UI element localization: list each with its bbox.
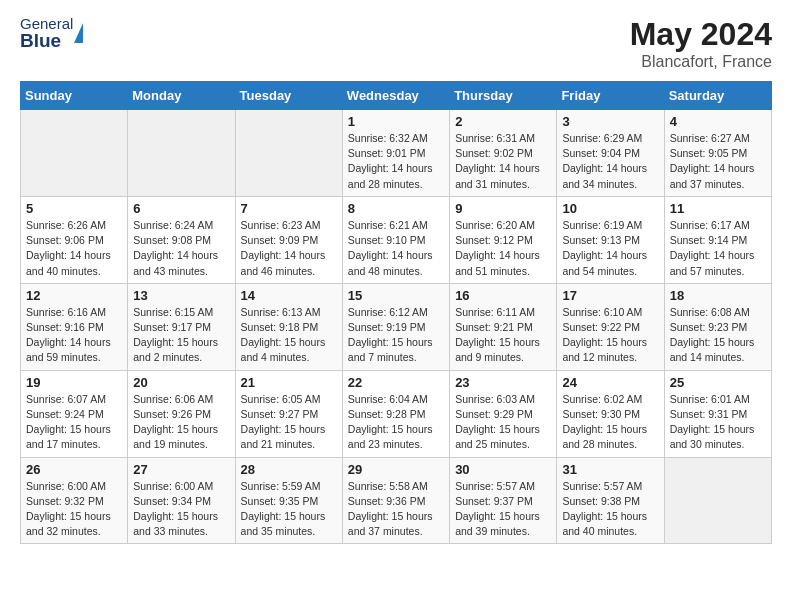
day-info: Sunrise: 6:27 AM Sunset: 9:05 PM Dayligh… [670, 131, 766, 192]
week-row-3: 12Sunrise: 6:16 AM Sunset: 9:16 PM Dayli… [21, 283, 772, 370]
day-info: Sunrise: 6:10 AM Sunset: 9:22 PM Dayligh… [562, 305, 658, 366]
day-number: 7 [241, 201, 337, 216]
day-cell: 14Sunrise: 6:13 AM Sunset: 9:18 PM Dayli… [235, 283, 342, 370]
header-cell-friday: Friday [557, 82, 664, 110]
day-cell: 9Sunrise: 6:20 AM Sunset: 9:12 PM Daylig… [450, 196, 557, 283]
day-info: Sunrise: 6:08 AM Sunset: 9:23 PM Dayligh… [670, 305, 766, 366]
day-number: 11 [670, 201, 766, 216]
day-info: Sunrise: 6:13 AM Sunset: 9:18 PM Dayligh… [241, 305, 337, 366]
header-row: SundayMondayTuesdayWednesdayThursdayFrid… [21, 82, 772, 110]
day-cell [664, 457, 771, 544]
day-cell: 25Sunrise: 6:01 AM Sunset: 9:31 PM Dayli… [664, 370, 771, 457]
day-number: 30 [455, 462, 551, 477]
day-info: Sunrise: 6:16 AM Sunset: 9:16 PM Dayligh… [26, 305, 122, 366]
day-cell: 8Sunrise: 6:21 AM Sunset: 9:10 PM Daylig… [342, 196, 449, 283]
month-year-title: May 2024 [630, 16, 772, 53]
day-info: Sunrise: 6:20 AM Sunset: 9:12 PM Dayligh… [455, 218, 551, 279]
location-subtitle: Blancafort, France [630, 53, 772, 71]
day-number: 14 [241, 288, 337, 303]
day-cell: 30Sunrise: 5:57 AM Sunset: 9:37 PM Dayli… [450, 457, 557, 544]
calendar-table: SundayMondayTuesdayWednesdayThursdayFrid… [20, 81, 772, 544]
day-number: 3 [562, 114, 658, 129]
day-number: 15 [348, 288, 444, 303]
day-cell: 15Sunrise: 6:12 AM Sunset: 9:19 PM Dayli… [342, 283, 449, 370]
day-cell: 4Sunrise: 6:27 AM Sunset: 9:05 PM Daylig… [664, 110, 771, 197]
logo-blue: Blue [20, 31, 73, 50]
day-number: 16 [455, 288, 551, 303]
page-header: General Blue May 2024 Blancafort, France [20, 16, 772, 71]
week-row-4: 19Sunrise: 6:07 AM Sunset: 9:24 PM Dayli… [21, 370, 772, 457]
day-info: Sunrise: 5:57 AM Sunset: 9:38 PM Dayligh… [562, 479, 658, 540]
header-cell-wednesday: Wednesday [342, 82, 449, 110]
day-cell: 28Sunrise: 5:59 AM Sunset: 9:35 PM Dayli… [235, 457, 342, 544]
day-cell [235, 110, 342, 197]
day-number: 13 [133, 288, 229, 303]
logo-general: General [20, 16, 73, 31]
day-cell: 16Sunrise: 6:11 AM Sunset: 9:21 PM Dayli… [450, 283, 557, 370]
day-cell: 3Sunrise: 6:29 AM Sunset: 9:04 PM Daylig… [557, 110, 664, 197]
day-number: 12 [26, 288, 122, 303]
day-number: 6 [133, 201, 229, 216]
day-number: 23 [455, 375, 551, 390]
week-row-1: 1Sunrise: 6:32 AM Sunset: 9:01 PM Daylig… [21, 110, 772, 197]
day-cell: 20Sunrise: 6:06 AM Sunset: 9:26 PM Dayli… [128, 370, 235, 457]
logo: General Blue [20, 16, 83, 50]
title-area: May 2024 Blancafort, France [630, 16, 772, 71]
day-info: Sunrise: 6:07 AM Sunset: 9:24 PM Dayligh… [26, 392, 122, 453]
day-number: 26 [26, 462, 122, 477]
day-number: 1 [348, 114, 444, 129]
day-info: Sunrise: 6:04 AM Sunset: 9:28 PM Dayligh… [348, 392, 444, 453]
day-cell: 11Sunrise: 6:17 AM Sunset: 9:14 PM Dayli… [664, 196, 771, 283]
day-info: Sunrise: 6:12 AM Sunset: 9:19 PM Dayligh… [348, 305, 444, 366]
day-info: Sunrise: 6:15 AM Sunset: 9:17 PM Dayligh… [133, 305, 229, 366]
day-info: Sunrise: 6:06 AM Sunset: 9:26 PM Dayligh… [133, 392, 229, 453]
day-info: Sunrise: 6:11 AM Sunset: 9:21 PM Dayligh… [455, 305, 551, 366]
day-info: Sunrise: 6:03 AM Sunset: 9:29 PM Dayligh… [455, 392, 551, 453]
day-info: Sunrise: 6:01 AM Sunset: 9:31 PM Dayligh… [670, 392, 766, 453]
day-cell: 12Sunrise: 6:16 AM Sunset: 9:16 PM Dayli… [21, 283, 128, 370]
day-number: 21 [241, 375, 337, 390]
day-cell: 26Sunrise: 6:00 AM Sunset: 9:32 PM Dayli… [21, 457, 128, 544]
day-number: 20 [133, 375, 229, 390]
day-info: Sunrise: 5:59 AM Sunset: 9:35 PM Dayligh… [241, 479, 337, 540]
day-cell: 23Sunrise: 6:03 AM Sunset: 9:29 PM Dayli… [450, 370, 557, 457]
day-cell: 31Sunrise: 5:57 AM Sunset: 9:38 PM Dayli… [557, 457, 664, 544]
header-cell-monday: Monday [128, 82, 235, 110]
day-number: 4 [670, 114, 766, 129]
week-row-5: 26Sunrise: 6:00 AM Sunset: 9:32 PM Dayli… [21, 457, 772, 544]
day-cell: 6Sunrise: 6:24 AM Sunset: 9:08 PM Daylig… [128, 196, 235, 283]
calendar-body: 1Sunrise: 6:32 AM Sunset: 9:01 PM Daylig… [21, 110, 772, 544]
day-cell [21, 110, 128, 197]
day-number: 19 [26, 375, 122, 390]
header-cell-sunday: Sunday [21, 82, 128, 110]
day-info: Sunrise: 6:19 AM Sunset: 9:13 PM Dayligh… [562, 218, 658, 279]
week-row-2: 5Sunrise: 6:26 AM Sunset: 9:06 PM Daylig… [21, 196, 772, 283]
day-cell: 13Sunrise: 6:15 AM Sunset: 9:17 PM Dayli… [128, 283, 235, 370]
day-cell: 24Sunrise: 6:02 AM Sunset: 9:30 PM Dayli… [557, 370, 664, 457]
day-number: 18 [670, 288, 766, 303]
day-cell: 10Sunrise: 6:19 AM Sunset: 9:13 PM Dayli… [557, 196, 664, 283]
day-cell: 21Sunrise: 6:05 AM Sunset: 9:27 PM Dayli… [235, 370, 342, 457]
day-cell: 17Sunrise: 6:10 AM Sunset: 9:22 PM Dayli… [557, 283, 664, 370]
day-cell: 7Sunrise: 6:23 AM Sunset: 9:09 PM Daylig… [235, 196, 342, 283]
day-number: 24 [562, 375, 658, 390]
day-cell [128, 110, 235, 197]
day-info: Sunrise: 6:32 AM Sunset: 9:01 PM Dayligh… [348, 131, 444, 192]
day-info: Sunrise: 6:23 AM Sunset: 9:09 PM Dayligh… [241, 218, 337, 279]
day-number: 31 [562, 462, 658, 477]
day-cell: 18Sunrise: 6:08 AM Sunset: 9:23 PM Dayli… [664, 283, 771, 370]
day-info: Sunrise: 5:58 AM Sunset: 9:36 PM Dayligh… [348, 479, 444, 540]
day-number: 9 [455, 201, 551, 216]
day-number: 29 [348, 462, 444, 477]
day-number: 10 [562, 201, 658, 216]
day-number: 22 [348, 375, 444, 390]
day-number: 8 [348, 201, 444, 216]
header-cell-saturday: Saturday [664, 82, 771, 110]
day-number: 27 [133, 462, 229, 477]
day-info: Sunrise: 6:17 AM Sunset: 9:14 PM Dayligh… [670, 218, 766, 279]
day-number: 25 [670, 375, 766, 390]
day-number: 17 [562, 288, 658, 303]
day-info: Sunrise: 6:24 AM Sunset: 9:08 PM Dayligh… [133, 218, 229, 279]
logo-triangle-icon [74, 23, 83, 43]
day-info: Sunrise: 6:29 AM Sunset: 9:04 PM Dayligh… [562, 131, 658, 192]
